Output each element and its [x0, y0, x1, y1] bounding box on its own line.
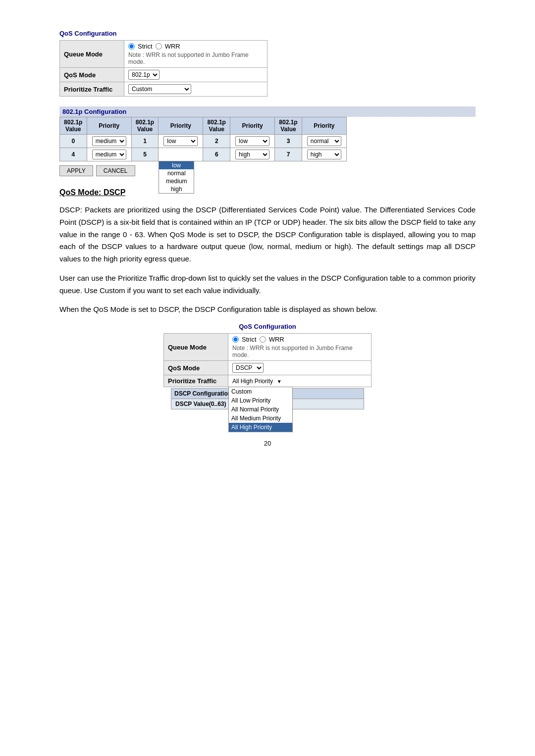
- col-header-1: Priority: [87, 117, 131, 135]
- table-row: 4 mediumlownormalhigh 5 low normal mediu…: [60, 148, 347, 161]
- val-0: 0: [60, 135, 87, 148]
- col-header-4: 802.1pValue: [203, 117, 230, 135]
- strict-radio[interactable]: [128, 43, 135, 50]
- prioritize-traffic-value-2: All High Priority: [232, 378, 273, 385]
- val-6: 6: [203, 148, 230, 161]
- col-header-3: Priority: [159, 117, 203, 135]
- wrr-label: WRR: [165, 43, 180, 50]
- qos-config-title-2: QoS Configuration: [239, 323, 296, 330]
- button-row: APPLY CANCEL: [59, 165, 476, 176]
- priority-select-2[interactable]: lownormalmediumhigh: [235, 136, 269, 146]
- dropdown-option-normal[interactable]: normal: [159, 169, 194, 177]
- dropdown-option-medium[interactable]: medium: [159, 177, 194, 185]
- dropdown-all-medium[interactable]: All Medium Priority: [229, 414, 292, 423]
- qos-config-table-1: Queue Mode Strict WRR Note : WRR is not …: [59, 40, 268, 97]
- strict-label: Strict: [138, 43, 153, 50]
- page-number: 20: [59, 440, 476, 447]
- qos-mode-row: QoS Mode 802.1p DSCP: [60, 68, 268, 82]
- prioritize-traffic-cell-2: All High Priority ▼ Custom All Low Prior…: [228, 375, 372, 387]
- strict-radio-2[interactable]: [232, 336, 239, 343]
- val-4: 4: [60, 148, 87, 161]
- body-para-2: User can use the Prioritize Traffic drop…: [59, 272, 476, 297]
- col-header-2: 802.1pValue: [131, 117, 159, 135]
- pri-4: mediumlownormalhigh: [87, 148, 131, 161]
- val-7: 7: [275, 148, 302, 161]
- qos-mode-row-2: QoS Mode DSCP 802.1p: [164, 361, 372, 375]
- qos-mode-cell-2: DSCP 802.1p: [228, 361, 372, 375]
- qos-config-section-2: QoS Configuration Queue Mode Strict WRR …: [59, 323, 476, 420]
- prioritize-traffic-row-2: Prioritize Traffic All High Priority ▼ C…: [164, 375, 372, 387]
- pri-0: mediumlownormalhigh: [87, 135, 131, 148]
- qos-mode-cell: 802.1p DSCP: [124, 68, 268, 82]
- queue-mode-label-2: Queue Mode: [164, 334, 228, 361]
- prioritize-traffic-cell: Custom All Low Priority All Normal Prior…: [124, 82, 268, 97]
- priority-select-7[interactable]: highlownormalmedium: [307, 150, 341, 159]
- dropdown-option-high[interactable]: high: [159, 185, 194, 193]
- dropdown-arrow: ▼: [277, 379, 282, 384]
- wrr-radio-2[interactable]: [260, 336, 266, 343]
- dropdown-all-normal[interactable]: All Normal Priority: [229, 405, 292, 414]
- queue-mode-row: Queue Mode Strict WRR Note : WRR is not …: [60, 41, 268, 68]
- prioritize-traffic-dropdown[interactable]: Custom All Low Priority All Normal Prior…: [228, 387, 293, 432]
- val-5: 5: [131, 148, 159, 161]
- priority-select-6[interactable]: highlownormalmedium: [235, 150, 269, 159]
- col-header-7: Priority: [302, 117, 346, 135]
- qos-mode-select[interactable]: 802.1p DSCP: [128, 70, 160, 80]
- queue-mode-value: Strict WRR Note : WRR is not supported i…: [124, 41, 268, 68]
- config-802-table: 802.1pValue Priority 802.1pValue Priorit…: [59, 117, 347, 161]
- pri-3: normallowmediumhigh: [302, 135, 346, 148]
- wrr-radio[interactable]: [156, 43, 162, 50]
- apply-button[interactable]: APPLY: [59, 165, 93, 176]
- priority-select-1[interactable]: lownormalmediumhigh: [163, 136, 198, 146]
- priority-dropdown-5[interactable]: low normal medium high: [159, 161, 194, 194]
- strict-wrr-radios: Strict WRR: [128, 43, 263, 50]
- queue-mode-note: Note : WRR is not supported in Jumbo Fra…: [128, 51, 263, 65]
- table-row: 0 mediumlownormalhigh 1 lownormalmediumh…: [60, 135, 347, 148]
- strict-wrr-radios-2: Strict WRR: [232, 336, 367, 343]
- config-802-header-row: 802.1pValue Priority 802.1pValue Priorit…: [60, 117, 347, 135]
- qos-config-title-1: QoS Configuration: [59, 30, 476, 37]
- pri-1: lownormalmediumhigh: [159, 135, 203, 148]
- priority-select-3[interactable]: normallowmediumhigh: [307, 136, 341, 146]
- prioritize-traffic-label: Prioritize Traffic: [60, 82, 124, 97]
- prioritize-traffic-row: Prioritize Traffic Custom All Low Priori…: [60, 82, 268, 97]
- queue-mode-value-2: Strict WRR Note : WRR is not supported i…: [228, 334, 372, 361]
- config-802-title: 802.1p Configuration: [59, 106, 476, 117]
- queue-mode-row-2: Queue Mode Strict WRR Note : WRR is not …: [164, 334, 372, 361]
- qos-mode-select-2[interactable]: DSCP 802.1p: [232, 363, 264, 373]
- dropdown-option-low[interactable]: low: [159, 161, 194, 169]
- col-header-0: 802.1pValue: [60, 117, 87, 135]
- pri-2: lownormalmediumhigh: [230, 135, 275, 148]
- priority-select-0[interactable]: mediumlownormalhigh: [92, 136, 126, 146]
- prioritize-traffic-select[interactable]: Custom All Low Priority All Normal Prior…: [128, 84, 191, 94]
- dropdown-all-high[interactable]: All High Priority: [229, 423, 292, 432]
- wrr-label-2: WRR: [269, 336, 284, 343]
- qos-mode-label: QoS Mode: [60, 68, 124, 82]
- qos-mode-label-2: QoS Mode: [164, 361, 228, 375]
- val-3: 3: [275, 135, 302, 148]
- pri-5-cell: low normal medium high: [159, 148, 203, 161]
- val-2: 2: [203, 135, 230, 148]
- qos-config-section-1: QoS Configuration Queue Mode Strict WRR …: [59, 30, 476, 97]
- pri-6: highlownormalmedium: [230, 148, 275, 161]
- pri-7: highlownormalmedium: [302, 148, 346, 161]
- config-802-section: 802.1p Configuration 802.1pValue Priorit…: [59, 106, 476, 176]
- body-para-3: When the QoS Mode is set to DSCP, the DS…: [59, 303, 476, 316]
- col-header-5: Priority: [230, 117, 275, 135]
- dropdown-custom[interactable]: Custom: [229, 387, 292, 396]
- priority-select-4[interactable]: mediumlownormalhigh: [92, 150, 126, 159]
- col-header-6: 802.1pValue: [275, 117, 302, 135]
- queue-mode-note-2: Note : WRR is not supported in Jumbo Fra…: [232, 345, 367, 358]
- queue-mode-label: Queue Mode: [60, 41, 124, 68]
- cancel-button[interactable]: CANCEL: [96, 165, 135, 176]
- strict-label-2: Strict: [242, 336, 257, 343]
- dropdown-all-low[interactable]: All Low Priority: [229, 396, 292, 405]
- body-para-1: DSCP: Packets are prioritized using the …: [59, 204, 476, 265]
- val-1: 1: [131, 135, 159, 148]
- qos-config-table-2: Queue Mode Strict WRR Note : WRR is not …: [163, 333, 372, 387]
- prioritize-traffic-label-2: Prioritize Traffic: [164, 375, 228, 387]
- qos-dscp-heading: QoS Mode: DSCP: [59, 188, 476, 197]
